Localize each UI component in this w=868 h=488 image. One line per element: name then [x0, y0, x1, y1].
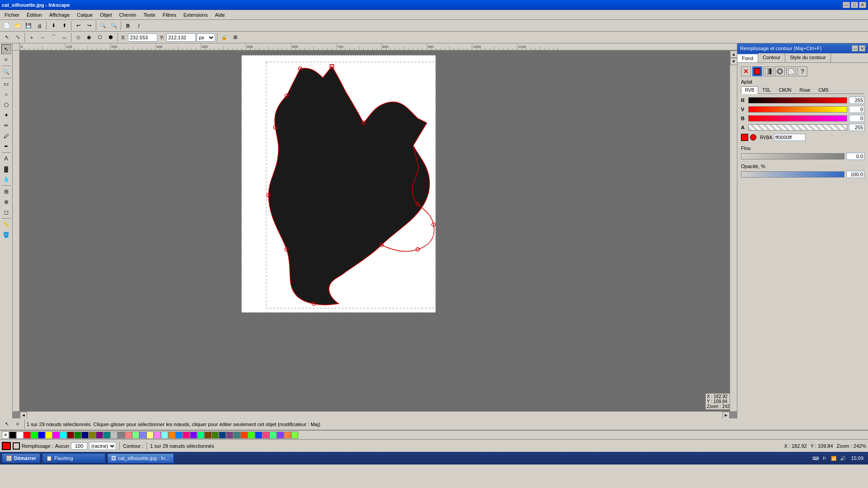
color-swatch[interactable] [262, 432, 269, 439]
calligraph-tool[interactable]: ✒ [1, 141, 11, 151]
node-symmetric-btn[interactable]: ⬡ [95, 33, 105, 42]
align-btn[interactable]: ⊞ [230, 33, 240, 42]
radial-gradient-button[interactable] [775, 66, 785, 76]
node-tool[interactable]: ⌗ [1, 55, 11, 65]
node-break-btn[interactable]: ⌓ [59, 33, 69, 42]
lock-btn[interactable]: 🔒 [219, 33, 229, 42]
node-tool-btn[interactable]: ↖ [2, 33, 12, 42]
color-swatch[interactable] [16, 432, 24, 439]
color-swatch[interactable] [103, 432, 110, 439]
star-tool[interactable]: ✦ [1, 110, 11, 120]
tab-contour[interactable]: Contour [758, 53, 785, 62]
gradient-tool[interactable]: ▓ [1, 164, 11, 174]
color-swatch[interactable] [241, 432, 248, 439]
color-swatch[interactable] [212, 432, 219, 439]
color-swatch[interactable] [175, 432, 183, 439]
menu-edition[interactable]: Édition [23, 11, 46, 19]
color-swatch[interactable] [24, 432, 31, 439]
alpha-value[interactable] [849, 124, 864, 131]
scrollbar-horizontal[interactable]: ◄ ► [20, 411, 730, 418]
node-corner-btn[interactable]: ◇ [73, 33, 83, 42]
measure-tool[interactable]: 📏 [1, 220, 11, 230]
scroll-left-button[interactable]: ◄ [20, 412, 27, 419]
color-swatch[interactable] [168, 432, 175, 439]
color-swatch[interactable] [118, 432, 125, 439]
green-value[interactable] [849, 106, 864, 113]
red-value[interactable] [849, 97, 864, 104]
pencil-tool[interactable]: ✏ [1, 121, 11, 131]
node-add-btn[interactable]: + [27, 33, 37, 42]
blue-value[interactable] [849, 115, 864, 122]
save-button[interactable]: 💾 [24, 21, 33, 31]
node-select-btn[interactable]: ↖ [2, 419, 12, 429]
redo-button[interactable]: ↪ [84, 21, 94, 31]
minimize-button[interactable]: — [843, 2, 850, 8]
flat-color-button[interactable] [752, 66, 762, 76]
color-swatch[interactable] [219, 432, 226, 439]
menu-texte[interactable]: Texte [140, 11, 159, 19]
print-button[interactable]: 🖨 [34, 21, 44, 31]
no-color-button[interactable]: ✕ [741, 66, 751, 76]
menu-calque[interactable]: Calque [73, 11, 96, 19]
color-swatch[interactable] [52, 432, 60, 439]
color-swatch[interactable] [132, 432, 139, 439]
node-auto-btn[interactable]: ⬢ [106, 33, 116, 42]
connect-tool[interactable]: ⊞ [1, 187, 11, 197]
menu-affichage[interactable]: Affichage [46, 11, 74, 19]
fill-color-indicator[interactable] [2, 442, 11, 450]
blur-slider[interactable] [741, 153, 844, 160]
tab-style-contour[interactable]: Style du contour [785, 53, 831, 62]
color-swatch[interactable] [125, 432, 132, 439]
color-swatch[interactable] [146, 432, 154, 439]
scroll-down-button[interactable]: ▼ [730, 58, 737, 65]
pattern-button[interactable] [786, 66, 796, 76]
maximize-button[interactable]: □ [851, 2, 858, 8]
canvas-viewport[interactable] [20, 51, 730, 411]
color-swatch[interactable] [81, 432, 89, 439]
mode-cms[interactable]: CMS [814, 86, 832, 94]
menu-fichier[interactable]: Fichier [1, 11, 23, 19]
rect-tool[interactable]: ▭ [1, 79, 11, 89]
canvas-drawing[interactable] [241, 55, 436, 313]
circle-tool[interactable]: ○ [1, 89, 11, 99]
close-button[interactable]: ✕ [859, 2, 866, 8]
spray-tool[interactable]: ⊕ [1, 197, 11, 207]
menu-objet[interactable]: Objet [96, 11, 115, 19]
taskbar-task-flashing[interactable]: 📋 Flashing [42, 453, 105, 463]
undo-button[interactable]: ↩ [73, 21, 83, 31]
scroll-right-button[interactable]: ► [722, 412, 730, 419]
new-button[interactable]: 📄 [2, 21, 12, 31]
unknown-button[interactable]: ? [797, 66, 807, 76]
node-btn2[interactable]: ⤡ [13, 33, 23, 42]
tab-fond[interactable]: Fond [737, 53, 758, 62]
hex-input[interactable] [774, 134, 806, 141]
color-swatch[interactable] [161, 432, 168, 439]
pen-tool[interactable]: 🖊 [1, 131, 11, 141]
color-circle-icon[interactable] [750, 134, 756, 141]
menu-extensions[interactable]: Extensions [180, 11, 212, 19]
opacity-slider[interactable] [741, 171, 844, 178]
zoom-tool[interactable]: 🔍 [1, 67, 11, 77]
eyedrop-tool[interactable]: 💧 [1, 174, 11, 184]
color-swatch[interactable] [190, 432, 197, 439]
bold-button[interactable]: B [123, 21, 133, 31]
color-swatch[interactable] [269, 432, 277, 439]
taskbar-task-inkscape[interactable]: 🖼 cat_silhouette.jpg - In... [107, 453, 174, 463]
stroke-color-indicator[interactable] [13, 442, 20, 450]
layer-select[interactable]: (racine) [89, 442, 116, 450]
node-join-btn[interactable]: ⌒ [48, 33, 58, 42]
select-tool[interactable]: ↖ [1, 44, 11, 54]
node-del-btn[interactable]: − [38, 33, 47, 42]
node-smooth-btn[interactable]: ◉ [84, 33, 94, 42]
panel-close-button[interactable]: ✕ [859, 45, 865, 52]
y-input[interactable] [166, 33, 196, 42]
zoom-out-button[interactable]: 🔍 [109, 21, 119, 31]
eraser-tool[interactable]: ◻ [1, 207, 11, 217]
menu-chemin[interactable]: Chemin [115, 11, 140, 19]
unit-select[interactable]: px mm cm [197, 33, 215, 42]
color-swatch[interactable] [154, 432, 161, 439]
color-swatch[interactable] [45, 432, 52, 439]
color-swatch[interactable] [96, 432, 103, 439]
node-tool-btn2[interactable]: ⌗ [13, 419, 23, 429]
color-swatch[interactable] [284, 432, 291, 439]
